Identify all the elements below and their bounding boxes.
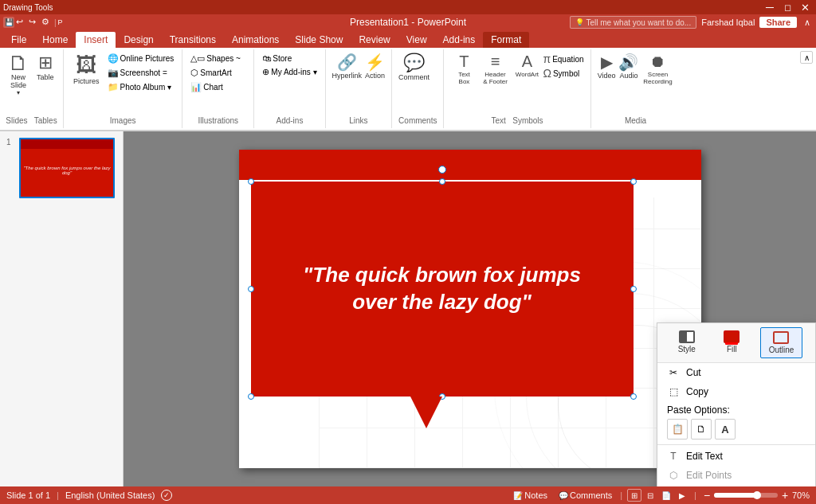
smartart-button[interactable]: ⬡ SmartArt [189,67,247,79]
table-button[interactable]: ⊞ Table [33,51,57,83]
normal-view-button[interactable]: ⊞ [627,489,641,502]
status-divider-3: | [694,490,696,500]
share-button[interactable]: Share [759,17,797,28]
store-button[interactable]: 🛍 Store [261,53,318,64]
canvas-area: "The quick brown fox jumpsover the lazy … [124,131,816,486]
symbol-label: Symbol [553,69,579,78]
comments-label: Comments [570,490,612,500]
zoom-slider-thumb[interactable] [753,491,761,499]
ctx-edit-points-item[interactable]: ⬡ Edit Points [657,466,815,485]
close-button[interactable]: ✕ [797,0,813,15]
zoom-slider-fill [714,493,759,498]
pictures-button[interactable]: 🖼 Pictures [70,51,103,87]
zoom-slider[interactable] [714,493,778,498]
ctx-copy-item[interactable]: ⬚ Copy [657,382,815,401]
ctx-paste-btn-2[interactable]: 🗋 [691,419,712,440]
save-icon[interactable]: 💾 [3,17,14,28]
comment-button[interactable]: 💬 Comment [398,53,430,81]
audio-button[interactable]: 🔊 Audio [618,53,638,80]
slide-panel: 1 "The quick brown fox jumps over the la… [0,131,124,486]
store-icon: 🛍 [262,53,271,63]
tab-home[interactable]: Home [34,32,76,48]
ctx-paste-header: Paste Options: [667,404,806,416]
ctx-paste-btn-1[interactable]: 📋 [667,419,688,440]
tab-animations[interactable]: Animations [224,32,287,48]
wordart-button[interactable]: A WordArt [512,53,541,78]
tab-review[interactable]: Review [351,32,398,48]
tab-file[interactable]: File [3,32,34,48]
illustrations-group-label: Illustrations [189,116,247,127]
slide-main-text: "The quick brown fox jumpsover the lazy … [303,262,581,316]
online-pictures-button[interactable]: 🌐 Online Pictures [106,53,176,64]
restore-button[interactable]: ◻ [779,0,795,15]
slide-thumbnail[interactable]: "The quick brown fox jumps over the lazy… [19,138,115,198]
equation-button[interactable]: π Equation [543,53,583,65]
ctx-edit-text-icon: T [667,451,680,462]
search-field[interactable]: 💡 Tell me what you want to do... [570,16,696,29]
text-box-button[interactable]: T TextBox [450,53,477,85]
ctx-cut-item[interactable]: ✂ Cut [657,363,815,382]
ctx-outline-button[interactable]: Outline [760,327,803,358]
zoom-out-button[interactable]: − [701,490,712,501]
screen-recording-button[interactable]: ⏺ ScreenRecording [641,53,673,85]
ctx-group-item[interactable]: ▭▭ Group ▶ [657,485,815,486]
ribbon-group-comments: 💬 Comment Comments [392,49,444,128]
status-divider: | [57,490,59,500]
context-menu: Style Fill Outline ✂ Cut ⬚ Copy Paste Op… [657,322,816,486]
ctx-paste-buttons: 📋 🗋 A [667,419,806,440]
speech-bubble-shape[interactable]: "The quick brown fox jumpsover the lazy … [251,182,634,397]
hyperlink-button[interactable]: 🔗 Hyperlink [332,53,363,80]
ctx-outline-icon [773,331,789,344]
rotate-handle[interactable] [438,166,446,174]
illustration-options: △▭ Shapes ~ ⬡ SmartArt 📊 Chart [189,51,247,116]
pictures-icon: 🖼 [76,53,96,77]
ctx-fill-button[interactable]: Fill [716,327,747,358]
tab-slideshow[interactable]: Slide Show [287,32,351,48]
thumb-text: "The quick brown fox jumps over the lazy… [21,164,113,177]
video-button[interactable]: ▶ Video [598,53,616,80]
action-button[interactable]: ⚡ Action [365,53,385,80]
smartart-icon: ⬡ [190,68,198,78]
tab-design[interactable]: Design [116,32,161,48]
tab-insert[interactable]: Insert [76,32,116,48]
tab-format[interactable]: Format [483,32,529,48]
ctx-paste-section: Paste Options: 📋 🗋 A [657,401,815,443]
slide-canvas[interactable]: "The quick brown fox jumpsover the lazy … [239,150,701,468]
slide-sorter-button[interactable]: ⊟ [643,489,657,502]
chart-button[interactable]: 📊 Chart [189,81,247,93]
reading-view-button[interactable]: 📄 [659,489,673,502]
tab-view[interactable]: View [398,32,435,48]
ctx-paste-btn-3[interactable]: A [715,419,736,440]
equation-label: Equation [552,55,583,64]
screenshot-button[interactable]: 📷 Screenshot = [106,67,176,79]
redo-icon[interactable]: ↪ [29,17,40,28]
zoom-percent[interactable]: 70% [792,490,810,500]
new-slide-button[interactable]: 🗋 NewSlide ▾ [5,51,32,98]
action-label: Action [365,72,385,80]
comment-icon: 💬 [403,53,425,73]
tab-addins[interactable]: Add-ins [435,32,484,48]
shapes-button[interactable]: △▭ Shapes ~ [189,53,247,64]
ctx-style-button[interactable]: Style [670,327,704,358]
ribbon-collapse-button[interactable]: ∧ [800,51,813,64]
ribbon-collapse-button[interactable]: ∧ [802,17,813,28]
symbol-icon: Ω [543,67,551,80]
slide-header-bar [239,150,701,180]
accessibility-icon[interactable]: ✓ [161,490,172,501]
header-footer-button[interactable]: ≡ Header& Footer [479,53,511,85]
customize-icon[interactable]: ⚙ [41,17,53,28]
tab-transitions[interactable]: Transitions [162,32,224,48]
undo-icon[interactable]: ↩ [16,17,27,28]
user-name[interactable]: Farshad Iqbal [701,18,755,27]
photo-album-button[interactable]: 📁 Photo Album ▾ [106,81,176,93]
symbol-button[interactable]: Ω Symbol [543,67,583,80]
notes-button[interactable]: 📝 Notes [510,490,551,501]
ribbon-group-links: 🔗 Hyperlink ⚡ Action Links [326,49,393,128]
my-addins-button[interactable]: ⊕ My Add-ins ▾ [261,66,318,78]
slideshow-button[interactable]: ▶ [675,489,689,502]
minimize-button[interactable]: ─ [762,0,778,15]
comments-button[interactable]: 💬 Comments [555,490,615,501]
ctx-edit-text-item[interactable]: T Edit Text [657,447,815,466]
view-buttons: ⊞ ⊟ 📄 ▶ [627,489,689,502]
zoom-in-button[interactable]: + [779,490,790,501]
